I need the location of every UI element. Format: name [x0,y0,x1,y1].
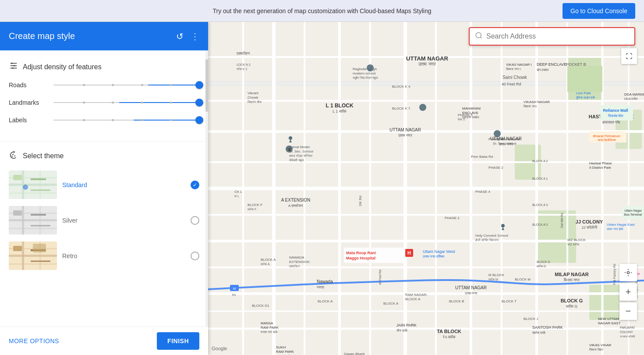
density-section: Adjust density of features Roads [0,50,208,142]
finish-button[interactable]: FINISH [157,332,199,350]
svg-rect-25 [9,255,57,257]
svg-text:BLOCK A: BLOCK A [383,302,399,305]
svg-text:NEW UTTAM: NEW UTTAM [598,317,619,321]
svg-text:Holy International: Holy International [493,137,520,141]
theme-option-standard[interactable]: Standard ✓ [9,169,199,201]
zoom-out-button[interactable]: − [619,302,637,320]
svg-text:Dal Mill Rd: Dal Mill Rd [560,213,563,228]
svg-text:उत्तम नगर: उत्तम नगर [464,291,478,295]
svg-text:SANTOSH PARK: SANTOSH PARK [532,325,563,330]
svg-text:BLOCK A 3: BLOCK A 3 [532,223,548,226]
svg-rect-18 [9,219,57,221]
svg-rect-14 [9,192,57,194]
svg-text:महारानी एन्क्लेव: महारानी एन्क्लेव [462,115,479,119]
svg-point-8 [14,155,15,156]
theme-radio-retro[interactable] [191,252,199,260]
svg-text:संतोष पार्क: संतोष पार्क [532,330,546,335]
theme-radio-standard[interactable]: ✓ [191,181,199,189]
theme-option-retro[interactable]: Retro [9,240,199,272]
landmarks-slider-row: Landmarks [9,99,199,106]
zoom-in-button[interactable]: + [619,283,637,301]
svg-text:Holy Convent School: Holy Convent School [475,234,508,238]
svg-text:नवादा: नवादा [316,285,324,289]
svg-text:L 1 ब्लॉक: L 1 ब्लॉक [333,109,347,114]
landmarks-slider-wrapper [53,102,199,103]
svg-text:मनसा राम पार्क: मनसा राम पार्क [260,330,278,334]
svg-text:UTTAM NAGAR: UTTAM NAGAR [455,285,487,290]
svg-text:JJ COLONY: JJ COLONY [576,219,603,224]
svg-point-3 [11,63,13,64]
theme-name-standard: Standard [62,181,185,188]
location-button[interactable] [619,264,637,281]
search-bar[interactable] [469,27,635,46]
svg-text:DEEP ENCLAVE: DEEP ENCLAVE [537,62,566,67]
svg-text:TA ब्लॉक: TA ब्लॉक [442,335,456,339]
svg-text:NAGAR EAST: NAGAR EAST [598,321,621,325]
svg-text:Pali Factory Rd: Pali Factory Rd [613,264,616,285]
fullscreen-button[interactable] [621,48,637,64]
theme-option-silver[interactable]: Silver [9,204,199,236]
more-options-icon[interactable]: ⋮ [191,31,199,42]
scroll-thumb[interactable] [205,59,208,112]
panel-footer: MORE OPTIONS FINISH [0,327,208,355]
theme-radio-silver[interactable] [191,216,199,225]
svg-point-5 [12,67,14,69]
svg-text:BLOCK K 7: BLOCK K 7 [392,106,410,110]
svg-text:LOCK N 2: LOCK N 2 [237,63,251,66]
svg-text:RAM PARK: RAM PARK [276,350,294,354]
svg-text:VIKASH NAGAR: VIKASH NAGAR [524,100,550,104]
search-address-input[interactable] [486,32,629,40]
svg-text:🎓: 🎓 [287,147,291,152]
svg-point-16 [23,185,28,190]
svg-rect-20 [39,206,41,234]
svg-rect-11 [22,170,24,199]
map-area[interactable]: उत्तम नगर UTTAM NAGAR Saini Chowk POCKET… [208,22,644,355]
panel-scroll-area: Adjust density of features Roads [0,50,208,327]
svg-text:BLOCK D: BLOCK D [537,260,550,263]
svg-point-192 [476,32,481,38]
svg-rect-36 [589,285,620,320]
left-panel: Create map style ↺ ⋮ [0,22,208,355]
svg-text:Uttam Nagar West: Uttam Nagar West [423,249,455,254]
google-logo: Google [212,345,227,351]
svg-rect-23 [13,210,22,216]
density-section-title: Adjust density of features [23,63,102,71]
panel-header: Create map style ↺ ⋮ [0,22,208,50]
svg-point-127 [501,224,505,227]
svg-text:Maggo Hospital: Maggo Hospital [346,256,375,260]
svg-rect-130 [622,206,644,219]
svg-text:WZ BLOCK: WZ BLOCK [567,238,586,242]
svg-text:एक्सटेंशन: एक्सटेंशन [289,264,300,268]
svg-text:Bus Terminal: Bus Terminal [624,213,642,216]
svg-rect-58 [344,248,405,263]
svg-point-194 [627,272,630,274]
undo-icon[interactable]: ↺ [176,31,184,42]
svg-text:BLOCK A: BLOCK A [318,299,333,303]
svg-text:VIKAS VIHAR: VIKAS VIHAR [589,343,611,347]
svg-text:BLOCK T: BLOCK T [502,299,517,303]
svg-point-6 [11,156,13,157]
svg-text:UTTAM NAGAR: UTTAM NAGAR [406,55,448,62]
svg-text:JAIN PARK: JAIN PARK [396,323,417,327]
svg-text:Uttam Nagar East: Uttam Nagar East [607,223,635,227]
svg-text:MILAP NAGAR: MILAP NAGAR [555,272,588,277]
svg-text:tro: tro [232,293,236,296]
svg-text:Peer Baba Rd: Peer Baba Rd [471,155,493,159]
svg-rect-107 [567,66,602,92]
svg-text:MAHARANI: MAHARANI [462,106,481,110]
svg-text:NAWADA: NAWADA [289,256,304,259]
svg-rect-110 [600,105,633,121]
svg-rect-12 [39,170,41,199]
svg-text:होली कॉन्वेंट विद्यालय: होली कॉन्वेंट विद्यालय [475,238,499,241]
svg-text:Gagan Bharti: Gagan Bharti [344,352,364,355]
svg-text:JJ कॉलोनी: JJ कॉलोनी [581,225,598,230]
roads-slider-row: Roads [9,82,199,89]
svg-text:TA BLOCK: TA BLOCK [437,329,461,334]
more-options-button[interactable]: MORE OPTIONS [9,337,59,344]
go-to-cloud-console-button[interactable]: Go to Cloud Console [563,3,635,19]
svg-text:DK Rd: DK Rd [358,195,362,206]
svg-text:RAM NAGAR,: RAM NAGAR, [405,293,428,297]
svg-point-182 [419,104,426,111]
svg-text:विक्रांत चौक: विक्रांत चौक [247,100,262,104]
search-input-wrapper [469,27,635,46]
